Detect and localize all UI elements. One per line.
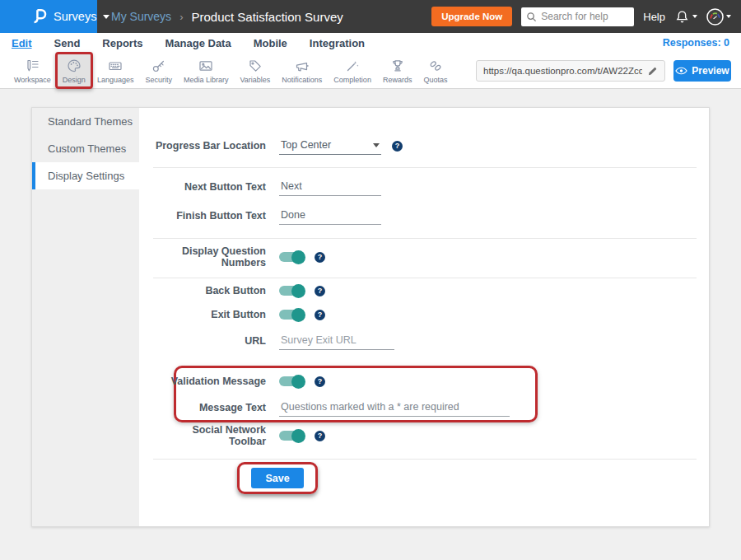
tab-send[interactable]: Send (54, 37, 81, 49)
next-button-text-input[interactable] (279, 178, 381, 196)
tab-mobile[interactable]: Mobile (254, 37, 287, 49)
magic-wand-icon (344, 58, 361, 74)
notifications-menu[interactable] (674, 9, 697, 25)
toggle-knob (291, 308, 305, 322)
message-text-label: Message Text (153, 402, 266, 413)
back-button-toggle[interactable] (279, 286, 304, 296)
section-divider (153, 459, 697, 460)
breadcrumb-parent-link[interactable]: My Surveys (111, 10, 171, 23)
toggle-knob (291, 284, 305, 298)
sidebar-item-display-settings[interactable]: Display Settings (32, 162, 139, 189)
toolbar-item-security[interactable]: Security (139, 53, 178, 88)
survey-nav-tabs: Edit Send Reports Manage Data Mobile Int… (0, 33, 741, 53)
tab-edit[interactable]: Edit (12, 37, 32, 49)
breadcrumb: My Surveys › Product Satisfaction Survey (111, 10, 343, 24)
survey-url-input[interactable] (483, 66, 642, 76)
display-question-numbers-toggle[interactable] (279, 252, 304, 262)
product-menu-label: Surveys (54, 10, 96, 23)
help-tooltip-icon[interactable]: ? (392, 141, 403, 152)
setting-row-message-text: Message Text (153, 398, 695, 418)
workspace-icon (24, 58, 40, 74)
setting-row-display-question-numbers: Display Question Numbers ? (153, 247, 695, 267)
toolbar-item-languages[interactable]: Languages (91, 53, 140, 88)
preview-button[interactable]: Preview (673, 60, 731, 82)
toggle-knob (291, 429, 305, 443)
toolbar-item-label: Quotas (423, 76, 447, 84)
tab-integration[interactable]: Integration (310, 37, 365, 49)
themes-sidebar: Standard Themes Custom Themes Display Se… (32, 108, 139, 526)
back-button-label: Back Button (153, 285, 266, 296)
tab-reports[interactable]: Reports (102, 37, 142, 49)
chevron-down-icon (373, 143, 380, 147)
help-tooltip-icon[interactable]: ? (315, 252, 325, 263)
validation-message-label: Validation Message (153, 376, 266, 387)
tab-manage-data[interactable]: Manage Data (165, 37, 231, 49)
toolbar-item-label: Design (63, 76, 86, 84)
toolbar-item-media-library[interactable]: Media Library (178, 53, 235, 88)
toolbar-item-label: Variables (240, 76, 270, 84)
help-search-input[interactable] (541, 11, 629, 22)
help-tooltip-icon[interactable]: ? (315, 431, 325, 441)
help-search[interactable] (521, 7, 634, 26)
social-network-toolbar-label: Social Network Toolbar (153, 424, 266, 447)
upgrade-now-button[interactable]: Upgrade Now (431, 7, 512, 26)
product-menu[interactable]: Surveys (0, 0, 97, 33)
section-divider (153, 238, 697, 239)
megaphone-icon (294, 58, 310, 74)
help-tooltip-icon[interactable]: ? (315, 310, 325, 320)
toggle-knob (291, 250, 305, 264)
survey-url-field (476, 60, 665, 82)
toolbar-item-quotas[interactable]: Quotas (417, 53, 453, 88)
edit-url-pencil-icon[interactable] (647, 66, 658, 77)
bell-icon (674, 9, 690, 25)
keyboard-icon (107, 58, 124, 74)
toolbar-item-completion[interactable]: Completion (328, 53, 377, 88)
progress-bar-location-select[interactable]: Top Center (279, 137, 381, 155)
progress-bar-location-label: Progress Bar Location (153, 140, 266, 152)
toolbar-item-design[interactable]: Design (57, 53, 91, 88)
help-tooltip-icon[interactable]: ? (315, 376, 325, 387)
account-menu[interactable] (706, 8, 731, 26)
setting-row-next-button-text: Next Button Text (153, 177, 695, 197)
save-button[interactable]: Save (251, 468, 304, 488)
toolbar-item-label: Notifications (282, 76, 322, 84)
help-tooltip-icon[interactable]: ? (315, 286, 325, 296)
top-bar: Surveys My Surveys › Product Satisfactio… (0, 0, 741, 33)
toolbar-item-label: Languages (97, 76, 134, 84)
social-network-toolbar-toggle[interactable] (279, 431, 304, 441)
toolbar-item-label: Security (145, 76, 172, 84)
exit-button-label: Exit Button (153, 309, 266, 320)
finish-button-text-label: Finish Button Text (153, 210, 266, 222)
search-icon (526, 12, 537, 22)
progress-bar-location-value: Top Center (281, 139, 331, 151)
setting-row-back-button: Back Button ? (153, 281, 695, 301)
display-settings-panel: Standard Themes Custom Themes Display Se… (31, 107, 710, 527)
setting-row-exit-url: URL (153, 331, 695, 351)
chevron-down-icon (103, 15, 110, 19)
toolbar-item-variables[interactable]: Variables (234, 53, 276, 88)
setting-row-progress-bar-location: Progress Bar Location Top Center ? (153, 136, 695, 156)
toggle-knob (291, 375, 305, 389)
questionpro-logo-icon (33, 7, 47, 26)
chain-links-icon (427, 58, 444, 74)
display-question-numbers-label: Display Question Numbers (153, 245, 266, 268)
exit-url-input[interactable] (279, 332, 394, 350)
responses-count[interactable]: Responses: 0 (663, 37, 729, 49)
toolbar-item-workspace[interactable]: Workspace (8, 53, 57, 88)
topbar-actions: Upgrade Now Help (431, 7, 741, 26)
breadcrumb-separator: › (179, 11, 183, 23)
toolbar-item-rewards[interactable]: Rewards (377, 53, 418, 88)
trophy-icon (389, 58, 406, 74)
exit-button-toggle[interactable] (279, 310, 304, 320)
setting-row-social-network-toolbar: Social Network Toolbar ? (153, 426, 695, 446)
finish-button-text-input[interactable] (279, 207, 381, 225)
chevron-down-icon (692, 15, 697, 18)
sidebar-item-custom-themes[interactable]: Custom Themes (32, 135, 139, 162)
setting-row-exit-button: Exit Button ? (153, 305, 695, 324)
help-link[interactable]: Help (643, 11, 665, 23)
toolbar-item-notifications[interactable]: Notifications (276, 53, 328, 88)
validation-message-toggle[interactable] (279, 376, 304, 386)
message-text-input[interactable] (279, 399, 510, 417)
sidebar-item-standard-themes[interactable]: Standard Themes (32, 108, 139, 135)
image-icon (198, 58, 214, 74)
